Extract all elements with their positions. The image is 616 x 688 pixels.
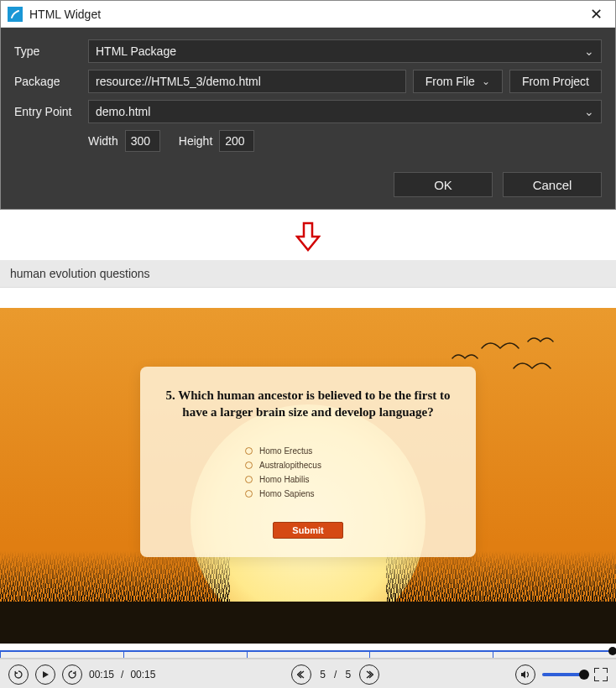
quiz-card: 5. Which human ancestor is believed to b… xyxy=(140,367,476,557)
quiz-option[interactable]: Homo Habilis xyxy=(245,475,371,484)
app-icon xyxy=(8,7,23,22)
restart-button[interactable] xyxy=(8,665,29,685)
preview-stage: 5. Which human ancestor is believed to b… xyxy=(0,308,616,644)
current-time: 00:15 xyxy=(89,669,114,680)
volume-button[interactable] xyxy=(515,665,535,685)
type-select[interactable]: HTML Package xyxy=(88,39,602,63)
prev-page-button[interactable] xyxy=(291,665,311,685)
radio-icon xyxy=(245,461,253,469)
page-current: 5 xyxy=(320,669,326,680)
width-label: Width xyxy=(88,134,118,148)
quiz-option[interactable]: Australopithecus xyxy=(245,461,371,470)
time-sep: / xyxy=(121,669,123,680)
titlebar: HTML Widget ✕ xyxy=(1,1,615,28)
chevron-down-icon: ⌄ xyxy=(482,76,490,87)
timeline[interactable] xyxy=(0,650,616,659)
html-widget-dialog: HTML Widget ✕ Type HTML Package Package … xyxy=(0,0,616,210)
ground-graphic xyxy=(0,602,616,644)
cancel-button[interactable]: Cancel xyxy=(503,172,602,197)
quiz-options: Homo Erectus Australopithecus Homo Habil… xyxy=(245,446,371,498)
close-button[interactable]: ✕ xyxy=(577,1,615,28)
type-value: HTML Package xyxy=(96,44,176,58)
volume-slider[interactable] xyxy=(542,673,587,676)
player-bar: 00:15 / 00:15 5 / 5 xyxy=(0,659,616,688)
flow-arrow xyxy=(0,210,616,260)
from-project-button[interactable]: From Project xyxy=(509,70,602,93)
width-input[interactable]: 300 xyxy=(125,130,160,152)
preview-title: human evolution questions xyxy=(0,260,616,288)
playhead[interactable] xyxy=(608,647,616,655)
grass-graphic xyxy=(0,560,616,602)
ok-button[interactable]: OK xyxy=(394,172,493,197)
package-label: Package xyxy=(14,75,81,88)
height-input[interactable]: 200 xyxy=(219,130,254,152)
height-label: Height xyxy=(179,134,212,148)
quiz-option[interactable]: Homo Sapiens xyxy=(245,489,371,498)
dialog-form: Type HTML Package Package resource://HTM… xyxy=(1,28,615,164)
fullscreen-button[interactable] xyxy=(594,668,608,681)
loop-button[interactable] xyxy=(62,665,82,685)
package-input[interactable]: resource://HTML5_3/demo.html xyxy=(88,70,406,93)
next-page-button[interactable] xyxy=(359,665,379,685)
down-arrow-icon xyxy=(295,222,321,252)
dialog-actions: OK Cancel xyxy=(1,164,615,209)
play-button[interactable] xyxy=(35,665,55,685)
total-time: 00:15 xyxy=(130,669,155,680)
radio-icon xyxy=(245,476,253,483)
submit-button[interactable]: Submit xyxy=(273,522,342,539)
dialog-title: HTML Widget xyxy=(29,8,577,21)
from-file-button[interactable]: From File ⌄ xyxy=(413,70,503,93)
entry-point-label: Entry Point xyxy=(14,105,81,118)
package-value: resource://HTML5_3/demo.html xyxy=(96,75,261,88)
page-sep: / xyxy=(334,669,337,680)
quiz-question: 5. Which human ancestor is believed to b… xyxy=(164,387,452,421)
entry-point-value: demo.html xyxy=(96,105,150,118)
page-total: 5 xyxy=(345,669,351,680)
entry-point-select[interactable]: demo.html xyxy=(88,100,602,123)
radio-icon xyxy=(245,447,253,455)
type-label: Type xyxy=(14,44,81,58)
quiz-option[interactable]: Homo Erectus xyxy=(245,446,371,456)
radio-icon xyxy=(245,490,253,498)
